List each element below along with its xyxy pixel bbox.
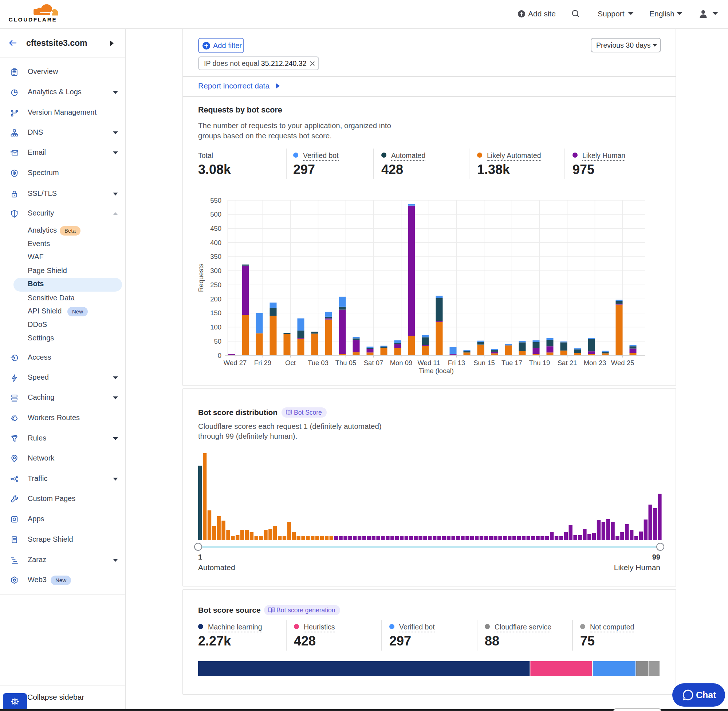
svg-text:Mon 23: Mon 23 [584, 359, 606, 367]
svg-text:200: 200 [210, 295, 222, 303]
svg-text:Wed 27: Wed 27 [224, 359, 247, 367]
svg-text:Oct: Oct [285, 359, 296, 367]
svg-text:350: 350 [210, 253, 222, 260]
svg-text:Fri 13: Fri 13 [448, 359, 465, 367]
svg-text:Tue 03: Tue 03 [308, 359, 328, 367]
svg-text:Fri 29: Fri 29 [254, 359, 271, 367]
svg-text:Sat 21: Sat 21 [558, 359, 577, 367]
svg-text:300: 300 [210, 267, 222, 274]
svg-text:550: 550 [210, 196, 222, 204]
svg-text:250: 250 [210, 281, 222, 289]
svg-text:0: 0 [218, 352, 222, 359]
svg-text:400: 400 [210, 239, 222, 246]
svg-text:Time (local): Time (local) [419, 367, 454, 375]
svg-text:Sun 15: Sun 15 [473, 359, 495, 367]
svg-text:Tue 17: Tue 17 [502, 359, 522, 367]
svg-text:Wed 25: Wed 25 [611, 359, 634, 367]
svg-text:Thu 19: Thu 19 [529, 359, 550, 367]
svg-text:Mon 09: Mon 09 [390, 359, 413, 367]
svg-text:500: 500 [210, 210, 222, 218]
svg-text:100: 100 [210, 323, 222, 331]
svg-text:Thu 05: Thu 05 [335, 359, 357, 367]
svg-text:50: 50 [214, 338, 222, 345]
svg-text:150: 150 [210, 309, 222, 317]
svg-text:Requests: Requests [197, 264, 205, 292]
svg-text:Sat 07: Sat 07 [364, 359, 384, 367]
svg-text:Wed 11: Wed 11 [417, 359, 440, 367]
svg-text:450: 450 [210, 225, 222, 232]
